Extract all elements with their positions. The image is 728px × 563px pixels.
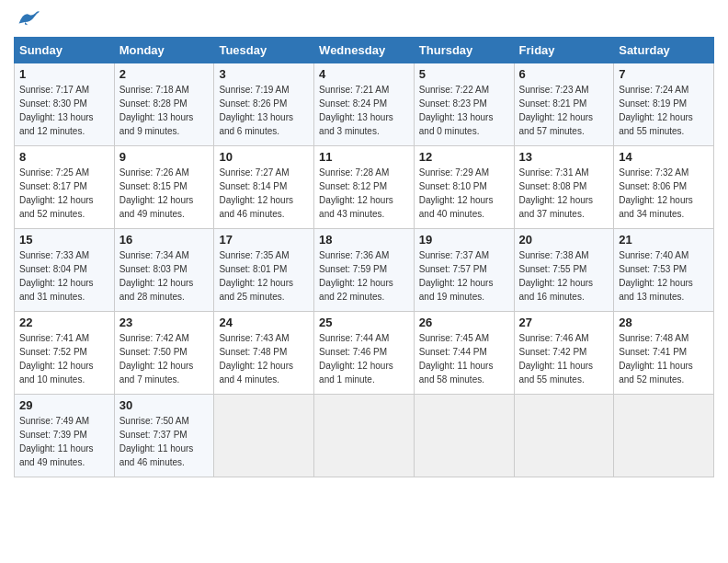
day-number: 28 (619, 316, 709, 329)
day-info: Sunrise: 7:31 AMSunset: 8:08 PMDaylight:… (519, 166, 609, 221)
week-row-0: 1Sunrise: 7:17 AMSunset: 8:30 PMDaylight… (15, 63, 714, 146)
day-number: 20 (519, 233, 609, 247)
week-row-1: 8Sunrise: 7:25 AMSunset: 8:17 PMDaylight… (15, 146, 714, 229)
day-number: 17 (219, 233, 309, 247)
day-cell (214, 395, 314, 477)
day-number: 15 (19, 233, 109, 247)
calendar-table: SundayMondayTuesdayWednesdayThursdayFrid… (14, 37, 714, 477)
logo-bird-icon (17, 9, 40, 28)
day-info: Sunrise: 7:25 AMSunset: 8:17 PMDaylight:… (19, 166, 109, 221)
week-row-2: 15Sunrise: 7:33 AMSunset: 8:04 PMDayligh… (15, 229, 714, 312)
day-number: 6 (519, 67, 609, 81)
day-info: Sunrise: 7:34 AMSunset: 8:03 PMDaylight:… (119, 248, 210, 304)
day-cell: 5Sunrise: 7:22 AMSunset: 8:23 PMDaylight… (414, 63, 514, 146)
day-cell: 1Sunrise: 7:17 AMSunset: 8:30 PMDaylight… (15, 63, 115, 146)
day-cell: 28Sunrise: 7:48 AMSunset: 7:41 PMDayligh… (614, 312, 714, 395)
col-friday: Friday (514, 38, 614, 63)
day-cell: 7Sunrise: 7:24 AMSunset: 8:19 PMDaylight… (614, 63, 714, 146)
day-cell: 27Sunrise: 7:46 AMSunset: 7:42 PMDayligh… (514, 312, 614, 395)
col-wednesday: Wednesday (314, 38, 415, 63)
day-cell: 29Sunrise: 7:49 AMSunset: 7:39 PMDayligh… (15, 395, 115, 477)
day-info: Sunrise: 7:44 AMSunset: 7:46 PMDaylight:… (319, 331, 409, 386)
day-cell: 8Sunrise: 7:25 AMSunset: 8:17 PMDaylight… (15, 146, 115, 229)
day-number: 21 (619, 233, 709, 247)
day-info: Sunrise: 7:18 AMSunset: 8:28 PMDaylight:… (119, 83, 210, 138)
day-info: Sunrise: 7:43 AMSunset: 7:48 PMDaylight:… (219, 331, 309, 386)
day-number: 26 (419, 316, 509, 329)
day-info: Sunrise: 7:19 AMSunset: 8:26 PMDaylight:… (219, 83, 309, 138)
day-number: 12 (419, 150, 509, 164)
day-info: Sunrise: 7:21 AMSunset: 8:24 PMDaylight:… (319, 83, 409, 138)
day-info: Sunrise: 7:49 AMSunset: 7:39 PMDaylight:… (19, 414, 109, 469)
day-number: 27 (519, 316, 609, 329)
col-saturday: Saturday (614, 38, 714, 63)
day-cell (414, 395, 514, 477)
day-number: 8 (19, 150, 109, 164)
day-info: Sunrise: 7:27 AMSunset: 8:14 PMDaylight:… (219, 166, 309, 221)
day-cell: 15Sunrise: 7:33 AMSunset: 8:04 PMDayligh… (15, 229, 115, 312)
logo (14, 9, 41, 28)
day-cell: 18Sunrise: 7:36 AMSunset: 7:59 PMDayligh… (314, 229, 415, 312)
day-number: 3 (219, 67, 309, 81)
day-number: 23 (119, 316, 210, 329)
week-row-4: 29Sunrise: 7:49 AMSunset: 7:39 PMDayligh… (15, 395, 714, 477)
day-info: Sunrise: 7:23 AMSunset: 8:21 PMDaylight:… (519, 83, 609, 138)
day-info: Sunrise: 7:37 AMSunset: 7:57 PMDaylight:… (419, 248, 509, 304)
column-headers: SundayMondayTuesdayWednesdayThursdayFrid… (15, 38, 714, 63)
day-number: 1 (19, 67, 109, 81)
header (14, 9, 714, 28)
week-row-3: 22Sunrise: 7:41 AMSunset: 7:52 PMDayligh… (15, 312, 714, 395)
day-cell: 20Sunrise: 7:38 AMSunset: 7:55 PMDayligh… (514, 229, 614, 312)
day-info: Sunrise: 7:26 AMSunset: 8:15 PMDaylight:… (119, 166, 210, 221)
day-number: 13 (519, 150, 609, 164)
day-cell: 12Sunrise: 7:29 AMSunset: 8:10 PMDayligh… (414, 146, 514, 229)
day-info: Sunrise: 7:45 AMSunset: 7:44 PMDaylight:… (419, 331, 509, 386)
day-info: Sunrise: 7:50 AMSunset: 7:37 PMDaylight:… (119, 414, 210, 469)
col-monday: Monday (114, 38, 214, 63)
day-cell: 14Sunrise: 7:32 AMSunset: 8:06 PMDayligh… (614, 146, 714, 229)
day-info: Sunrise: 7:33 AMSunset: 8:04 PMDaylight:… (19, 248, 109, 304)
day-cell: 11Sunrise: 7:28 AMSunset: 8:12 PMDayligh… (314, 146, 415, 229)
day-info: Sunrise: 7:42 AMSunset: 7:50 PMDaylight:… (119, 331, 210, 386)
day-number: 5 (419, 67, 509, 81)
day-cell: 3Sunrise: 7:19 AMSunset: 8:26 PMDaylight… (214, 63, 314, 146)
day-info: Sunrise: 7:29 AMSunset: 8:10 PMDaylight:… (419, 166, 509, 221)
day-info: Sunrise: 7:38 AMSunset: 7:55 PMDaylight:… (519, 248, 609, 304)
day-info: Sunrise: 7:48 AMSunset: 7:41 PMDaylight:… (619, 331, 709, 386)
day-cell (314, 395, 415, 477)
day-cell: 10Sunrise: 7:27 AMSunset: 8:14 PMDayligh… (214, 146, 314, 229)
day-cell (514, 395, 614, 477)
day-number: 11 (319, 150, 409, 164)
day-cell: 25Sunrise: 7:44 AMSunset: 7:46 PMDayligh… (314, 312, 415, 395)
day-number: 22 (19, 316, 109, 329)
day-cell: 9Sunrise: 7:26 AMSunset: 8:15 PMDaylight… (114, 146, 214, 229)
col-thursday: Thursday (414, 38, 514, 63)
day-info: Sunrise: 7:40 AMSunset: 7:53 PMDaylight:… (619, 248, 709, 304)
day-cell: 16Sunrise: 7:34 AMSunset: 8:03 PMDayligh… (114, 229, 214, 312)
day-cell: 6Sunrise: 7:23 AMSunset: 8:21 PMDaylight… (514, 63, 614, 146)
day-info: Sunrise: 7:28 AMSunset: 8:12 PMDaylight:… (319, 166, 409, 221)
day-number: 25 (319, 316, 409, 329)
day-number: 2 (119, 67, 210, 81)
col-tuesday: Tuesday (214, 38, 314, 63)
day-info: Sunrise: 7:17 AMSunset: 8:30 PMDaylight:… (19, 83, 109, 138)
day-info: Sunrise: 7:24 AMSunset: 8:19 PMDaylight:… (619, 83, 709, 138)
day-number: 24 (219, 316, 309, 329)
day-cell (614, 395, 714, 477)
day-cell: 4Sunrise: 7:21 AMSunset: 8:24 PMDaylight… (314, 63, 415, 146)
day-number: 30 (119, 398, 210, 412)
day-cell: 24Sunrise: 7:43 AMSunset: 7:48 PMDayligh… (214, 312, 314, 395)
day-info: Sunrise: 7:22 AMSunset: 8:23 PMDaylight:… (419, 83, 509, 138)
day-info: Sunrise: 7:36 AMSunset: 7:59 PMDaylight:… (319, 248, 409, 304)
day-cell: 19Sunrise: 7:37 AMSunset: 7:57 PMDayligh… (414, 229, 514, 312)
day-number: 16 (119, 233, 210, 247)
day-info: Sunrise: 7:35 AMSunset: 8:01 PMDaylight:… (219, 248, 309, 304)
day-number: 4 (319, 67, 409, 81)
day-cell: 23Sunrise: 7:42 AMSunset: 7:50 PMDayligh… (114, 312, 214, 395)
day-info: Sunrise: 7:41 AMSunset: 7:52 PMDaylight:… (19, 331, 109, 386)
day-number: 10 (219, 150, 309, 164)
day-cell: 13Sunrise: 7:31 AMSunset: 8:08 PMDayligh… (514, 146, 614, 229)
day-number: 29 (19, 398, 109, 412)
day-cell: 26Sunrise: 7:45 AMSunset: 7:44 PMDayligh… (414, 312, 514, 395)
day-cell: 21Sunrise: 7:40 AMSunset: 7:53 PMDayligh… (614, 229, 714, 312)
